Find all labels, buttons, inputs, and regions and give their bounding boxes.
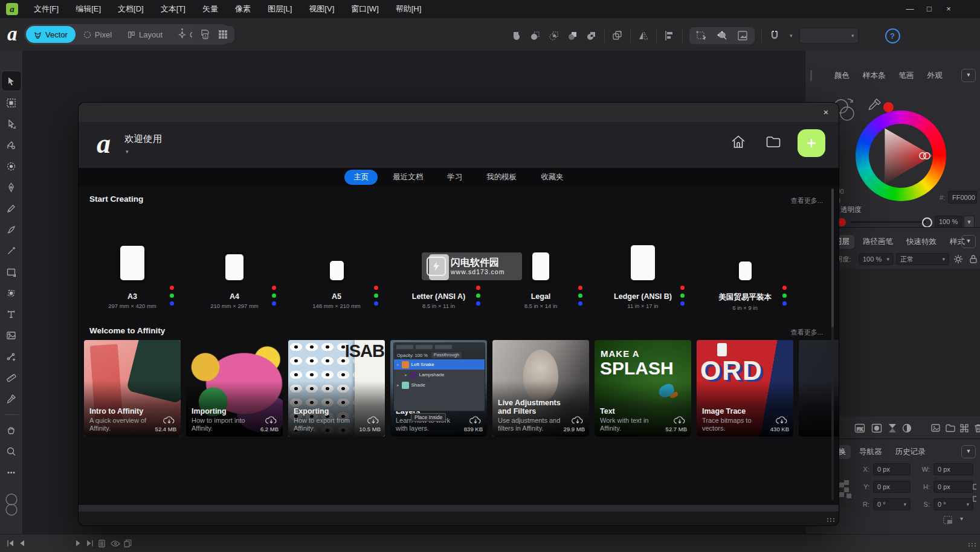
card-download[interactable]: 839 KB — [464, 415, 483, 432]
close-window-button[interactable]: × — [939, 0, 958, 18]
tab-vector-brushes[interactable]: 路径画笔 — [858, 235, 898, 249]
tutorial-card[interactable]: Live Adjustments and Filters Use adjustm… — [492, 340, 589, 437]
next-page-icon[interactable] — [75, 539, 82, 547]
dialog-tab[interactable]: 最近文档 — [384, 170, 432, 185]
document-preset[interactable]: A5 148 mm × 210 mm — [288, 210, 385, 311]
point-add-tool[interactable] — [1, 346, 22, 367]
dialog-horizontal-scrollbar[interactable] — [79, 505, 839, 512]
color-picker-tool[interactable] — [1, 388, 22, 409]
new-document-button[interactable] — [798, 129, 825, 157]
tab-color[interactable]: 颜色 — [830, 69, 854, 83]
opacity-slider-color-dot[interactable] — [837, 218, 846, 226]
chevron-down-icon[interactable]: ▾ — [960, 515, 963, 522]
card-download[interactable]: 52.7 MB — [666, 415, 687, 432]
field-input[interactable]: 0 px — [933, 463, 973, 475]
duplicate-icon[interactable] — [611, 30, 624, 42]
menu-item[interactable]: 编辑[E] — [67, 0, 109, 18]
tutorial-card[interactable]: Intro to Affinity A quick overview of Af… — [84, 340, 181, 437]
panel-options-chevron-icon[interactable]: ▼ — [961, 235, 976, 248]
menu-item[interactable]: 视图[V] — [300, 0, 343, 18]
blend-options-gear-icon[interactable] — [953, 254, 964, 265]
pencil-tool[interactable] — [1, 198, 22, 219]
node-tool[interactable] — [1, 114, 22, 135]
selection-brush-tool[interactable] — [1, 156, 22, 177]
help-button[interactable]: ? — [885, 28, 900, 43]
style-a-icon[interactable]: A — [198, 28, 210, 40]
vector-brush-tool[interactable] — [1, 219, 22, 240]
opacity-chevron-icon[interactable]: ▾ — [964, 216, 975, 228]
dialog-titlebar[interactable] — [79, 103, 839, 122]
snapping-chevron-icon[interactable]: ▾ — [787, 33, 793, 39]
tutorial-card[interactable]: Importing How to import into Affinity. 6… — [186, 340, 283, 437]
move-tool[interactable] — [1, 71, 22, 91]
link-dimensions-icon[interactable] — [971, 483, 978, 503]
resize-grip[interactable] — [969, 543, 976, 547]
hand-tool[interactable] — [1, 420, 22, 441]
dialog-tab[interactable]: 收藏夹 — [532, 170, 573, 185]
dialog-vertical-scrollbar[interactable] — [831, 188, 834, 500]
prev-page-icon[interactable] — [18, 539, 25, 547]
artboard-tool[interactable] — [1, 92, 22, 114]
menu-item[interactable]: 窗口[W] — [343, 0, 387, 18]
opacity-value[interactable]: 100 % — [935, 216, 962, 228]
field-input[interactable]: 0 px — [873, 481, 911, 493]
transform-objects-icon[interactable] — [695, 30, 708, 42]
boolean-combine-icon[interactable] — [585, 30, 598, 42]
tutorial-card[interactable]: ISAB Exporting How to export from Affini… — [288, 340, 385, 437]
adjustment-icon[interactable] — [886, 422, 898, 434]
see-more-link[interactable]: 查看更多... — [791, 328, 823, 337]
overflow-dots-icon[interactable] — [181, 28, 183, 37]
tutorial-card[interactable]: ORD Image Trace Trace bitmaps to vectors… — [697, 340, 793, 437]
text-tool[interactable] — [1, 304, 22, 325]
menu-item[interactable]: 像素 — [227, 0, 259, 18]
more-tools[interactable] — [1, 462, 22, 483]
panel-grip[interactable] — [810, 70, 812, 81]
dialog-resize-grip[interactable] — [827, 518, 835, 522]
dialog-tab[interactable]: 主页 — [344, 170, 378, 185]
document-preset[interactable]: A4 210 mm × 297 mm — [186, 210, 283, 311]
menu-item[interactable]: 文本[T] — [152, 0, 194, 18]
measure-tool[interactable] — [1, 367, 22, 388]
boolean-add-icon[interactable] — [511, 30, 523, 42]
alignment-icon[interactable] — [663, 30, 675, 42]
first-page-icon[interactable] — [6, 539, 15, 547]
boolean-subtract-icon[interactable] — [529, 30, 541, 42]
tab-swatches[interactable]: 样本条 — [858, 69, 891, 83]
new-group-icon[interactable] — [944, 422, 956, 434]
contour-tool[interactable] — [1, 135, 22, 156]
live-filter-icon[interactable] — [901, 422, 913, 434]
card-download[interactable]: 10.5 MB — [359, 415, 381, 432]
tutorial-card[interactable]: MAKE A SPLASH Text Work with text in Aff… — [595, 340, 691, 437]
preview-icon[interactable] — [110, 539, 121, 548]
flip-horizontal-icon[interactable] — [637, 30, 650, 42]
menu-item[interactable]: 帮助[H] — [387, 0, 430, 18]
zoom-tool[interactable] — [1, 441, 22, 462]
anchor-point-icon[interactable] — [837, 478, 855, 502]
menu-item[interactable]: 矢量 — [194, 0, 227, 18]
insert-inside-icon[interactable] — [737, 30, 749, 42]
field-input[interactable]: 0 px — [933, 481, 973, 493]
minimize-button[interactable]: — — [900, 0, 920, 18]
field-input[interactable]: 0 °▾ — [933, 498, 973, 510]
new-pixel-layer-icon[interactable] — [930, 422, 942, 434]
delete-layer-icon[interactable] — [972, 422, 980, 434]
tab-navigator[interactable]: 导航器 — [854, 445, 887, 459]
shape-tool[interactable] — [1, 283, 22, 304]
panel-options-chevron-icon[interactable]: ▼ — [961, 445, 976, 458]
field-input[interactable]: 0 °▾ — [873, 498, 911, 510]
layer-opacity-dropdown[interactable]: 100 %▾ — [859, 253, 894, 265]
hex-input[interactable]: FF0000 — [948, 191, 977, 204]
persona-vector[interactable]: Vector — [26, 26, 76, 43]
fx-icon[interactable]: FX — [854, 422, 866, 434]
tab-quick-fx[interactable]: 快速特效 — [901, 235, 941, 249]
tab-appearance[interactable]: 外观 — [923, 69, 947, 83]
chevron-down-icon[interactable]: ▾ — [126, 149, 129, 155]
panel-options-chevron-icon[interactable]: ▼ — [961, 69, 976, 82]
see-more-link[interactable]: 查看更多... — [791, 196, 823, 205]
menu-item[interactable]: 图层[L] — [259, 0, 300, 18]
boolean-intersect-icon[interactable] — [548, 30, 560, 42]
document-preset[interactable]: A3 297 mm × 420 mm — [84, 210, 181, 311]
rectangle-tool[interactable] — [1, 262, 22, 283]
toolbar-dropdown[interactable]: ▾ — [799, 28, 859, 43]
last-page-icon[interactable] — [86, 539, 94, 547]
